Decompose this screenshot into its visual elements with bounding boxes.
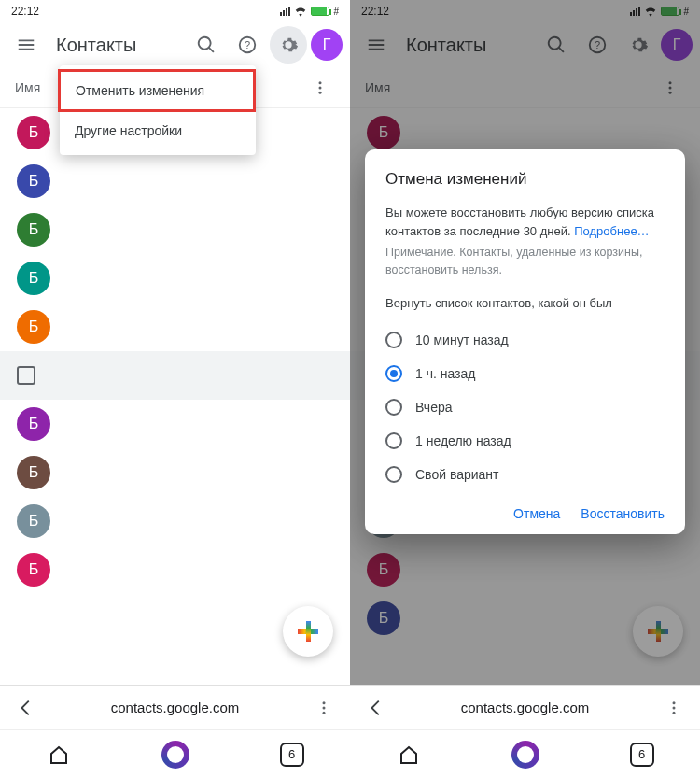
yandex-icon[interactable] xyxy=(507,736,544,773)
svg-point-4 xyxy=(319,91,322,93)
dialog-note: Примечание. Контакты, удаленные из корзи… xyxy=(385,244,665,279)
dialog-description: Вы можете восстановить любую версию спис… xyxy=(385,204,665,240)
radio-option-10min[interactable]: 10 минут назад xyxy=(385,323,665,357)
battery-icon xyxy=(311,7,329,16)
contact-avatar: Б xyxy=(17,310,50,344)
url-more-icon[interactable] xyxy=(657,691,691,725)
contact-avatar: Б xyxy=(17,504,50,538)
checkbox-icon[interactable] xyxy=(17,366,35,385)
dialog-prompt: Вернуть список контактов, какой он был xyxy=(385,296,665,310)
restore-button[interactable]: Восстановить xyxy=(581,506,665,521)
list-item[interactable]: Б xyxy=(0,157,350,205)
help-icon[interactable]: ? xyxy=(229,26,266,64)
dialog-title: Отмена изменений xyxy=(385,170,665,189)
svg-point-3 xyxy=(319,86,322,89)
svg-point-5 xyxy=(323,701,326,704)
cancel-button[interactable]: Отмена xyxy=(513,506,560,521)
contact-avatar: Б xyxy=(17,553,50,587)
settings-icon[interactable] xyxy=(270,26,307,64)
search-icon[interactable] xyxy=(188,26,225,64)
contact-avatar: Б xyxy=(17,407,50,441)
fab-add-contact[interactable] xyxy=(283,606,333,657)
list-item[interactable]: Б xyxy=(0,497,350,545)
svg-text:?: ? xyxy=(245,39,250,50)
radio-icon xyxy=(385,332,402,348)
svg-point-14 xyxy=(673,706,676,709)
contact-avatar: Б xyxy=(17,456,50,489)
learn-more-link[interactable]: Подробнее… xyxy=(574,224,649,238)
radio-icon xyxy=(385,466,402,483)
section-label: Имя xyxy=(15,80,40,95)
contact-list[interactable]: Б Б Б Б Б Б Б Б Б xyxy=(0,108,350,685)
more-icon[interactable] xyxy=(305,73,335,103)
radio-option-1hour[interactable]: 1 ч. назад xyxy=(385,357,665,390)
list-item[interactable]: Б xyxy=(0,254,350,303)
account-avatar[interactable]: Г xyxy=(311,29,343,61)
list-item[interactable]: Б xyxy=(0,545,350,594)
browser-bottom-nav: 6 xyxy=(350,729,700,778)
home-icon[interactable] xyxy=(390,736,427,773)
list-item[interactable]: Б xyxy=(0,303,350,351)
radio-icon xyxy=(385,399,402,416)
url-text[interactable]: contacts.google.com xyxy=(399,700,651,715)
url-text[interactable]: contacts.google.com xyxy=(49,700,301,715)
list-item[interactable]: Б xyxy=(0,400,350,448)
url-more-icon[interactable] xyxy=(307,691,341,725)
back-icon[interactable] xyxy=(359,691,393,725)
browser-bottom-nav: 6 xyxy=(0,729,350,778)
tabs-icon[interactable]: 6 xyxy=(623,736,661,773)
undo-changes-dialog: Отмена изменений Вы можете восстановить … xyxy=(365,149,685,534)
app-bar: Контакты ? Г xyxy=(0,22,350,67)
status-bar: 22:12 # xyxy=(0,0,350,22)
svg-point-6 xyxy=(323,706,326,709)
browser-url-bar[interactable]: contacts.google.com xyxy=(0,685,350,729)
app-title: Контакты xyxy=(49,35,184,56)
radio-option-custom[interactable]: Свой вариант xyxy=(385,458,665,491)
svg-point-7 xyxy=(323,711,326,714)
contact-avatar: Б xyxy=(17,213,50,247)
dropdown-other-settings[interactable]: Другие настройки xyxy=(60,112,256,149)
list-item[interactable]: Б xyxy=(0,205,350,254)
signal-icon xyxy=(280,7,290,16)
list-item[interactable]: Б xyxy=(0,448,350,497)
home-icon[interactable] xyxy=(40,736,77,773)
dropdown-undo-changes[interactable]: Отменить изменения xyxy=(58,69,256,112)
radio-icon xyxy=(385,365,402,382)
wifi-icon xyxy=(294,7,307,17)
tabs-icon[interactable]: 6 xyxy=(273,736,311,773)
radio-option-yesterday[interactable]: Вчера xyxy=(385,390,665,424)
contact-avatar: Б xyxy=(17,164,50,198)
yandex-icon[interactable] xyxy=(157,736,194,773)
list-item[interactable] xyxy=(0,351,350,400)
svg-point-15 xyxy=(673,711,676,714)
menu-icon[interactable] xyxy=(7,26,45,64)
svg-point-13 xyxy=(673,701,676,704)
contact-avatar: Б xyxy=(17,116,50,149)
status-time: 22:12 xyxy=(11,5,39,18)
contact-avatar: Б xyxy=(17,262,50,295)
radio-icon xyxy=(385,432,402,449)
svg-point-2 xyxy=(319,81,322,84)
radio-option-1week[interactable]: 1 неделю назад xyxy=(385,424,665,458)
settings-dropdown: Отменить изменения Другие настройки xyxy=(60,65,256,155)
browser-url-bar[interactable]: contacts.google.com xyxy=(350,685,700,729)
back-icon[interactable] xyxy=(9,691,43,725)
plus-icon xyxy=(298,621,318,642)
